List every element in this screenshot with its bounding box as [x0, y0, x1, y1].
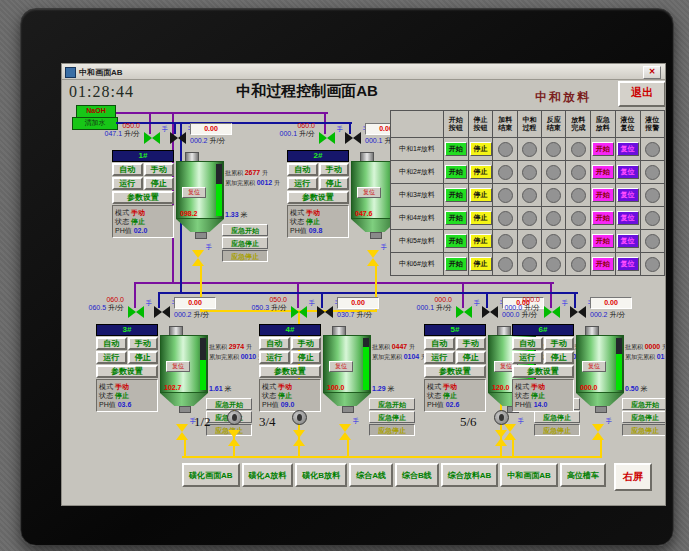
table-row: 中和4#放料开始停止开始复位 [391, 207, 665, 230]
pump-pair-label: 1/2 [194, 414, 211, 430]
unit-control-panel: 2# 自动 手动 运行 停止 参数设置 模式 手动 状态 停止 PH值 09.8 [287, 150, 349, 238]
stop-button[interactable]: 停止 [470, 142, 492, 156]
auto-button[interactable]: 自动 [287, 163, 318, 176]
stop-button[interactable]: 停止 [470, 165, 492, 179]
start-button[interactable]: 开始 [445, 234, 467, 248]
params-button[interactable]: 参数设置 [259, 365, 321, 378]
reaction-done-indicator [546, 211, 561, 226]
stop-button[interactable]: 停止 [319, 177, 350, 190]
stop-button[interactable]: 停止 [544, 351, 575, 364]
nav-button[interactable]: 高位槽车 [560, 463, 606, 487]
run-button[interactable]: 运行 [259, 351, 290, 364]
tank-reset-button[interactable]: 复位 [182, 187, 206, 198]
manual-button[interactable]: 手动 [128, 337, 159, 350]
start-button[interactable]: 开始 [445, 165, 467, 179]
auto-button[interactable]: 自动 [112, 163, 143, 176]
nav-button[interactable]: 磺化A放料 [242, 463, 294, 487]
manual-button[interactable]: 手动 [291, 337, 322, 350]
table-column-header: 放料 完成 [566, 111, 590, 138]
emergency-discharge-button[interactable]: 开始 [592, 234, 614, 248]
exit-button[interactable]: 退出 [618, 81, 666, 107]
unit-status: 模式 手动 状态 停止 PH值 09.0 [259, 379, 321, 412]
run-button[interactable]: 运行 [96, 351, 127, 364]
params-button[interactable]: 参数设置 [112, 191, 174, 204]
stop-button[interactable]: 停止 [128, 351, 159, 364]
stop-button[interactable]: 停止 [470, 234, 492, 248]
reactor-tank: 复位 100.0 [323, 334, 371, 413]
tank-reset-button[interactable]: 复位 [582, 361, 606, 372]
emergency-discharge-button[interactable]: 开始 [592, 188, 614, 202]
run-button[interactable]: 运行 [112, 177, 143, 190]
auto-button[interactable]: 自动 [512, 337, 543, 350]
manual-button[interactable]: 手动 [456, 337, 487, 350]
tank-value: 100.0 [327, 384, 345, 391]
stop-button[interactable]: 停止 [470, 188, 492, 202]
manual-button[interactable]: 手动 [544, 337, 575, 350]
feed-done-indicator [498, 211, 513, 226]
auto-button[interactable]: 自动 [96, 337, 127, 350]
unit-title: 4# [259, 324, 321, 336]
emergency-stop-button[interactable]: 应急停止 [622, 411, 666, 423]
stop-button[interactable]: 停止 [456, 351, 487, 364]
row-label: 中和3#放料 [391, 184, 444, 207]
discharge-valve-icon: 手 [339, 424, 351, 440]
emergency-discharge-button[interactable]: 开始 [592, 211, 614, 225]
flow-setpoint: 060.0 [267, 122, 315, 130]
params-button[interactable]: 参数设置 [512, 365, 574, 378]
nav-button[interactable]: 综合A线 [349, 463, 393, 487]
run-button[interactable]: 运行 [512, 351, 543, 364]
stop-button[interactable]: 停止 [470, 211, 492, 225]
params-button[interactable]: 参数设置 [424, 365, 486, 378]
emergency-stop-button-2[interactable]: 应急停止 [622, 424, 666, 436]
right-screen-button[interactable]: 右屏 [614, 463, 652, 491]
emergency-start-button[interactable]: 应急开始 [222, 224, 268, 236]
tank-reset-button[interactable]: 复位 [357, 187, 381, 198]
reactor-unit: 060.0 060.5 升/分 手 手 0.00 000.2 升/分 3# 自动… [76, 296, 252, 446]
nav-button[interactable]: 综合B线 [395, 463, 439, 487]
start-button[interactable]: 开始 [445, 211, 467, 225]
run-button[interactable]: 运行 [287, 177, 318, 190]
emergency-discharge-button[interactable]: 开始 [592, 142, 614, 156]
nav-button[interactable]: 中和画面AB [500, 463, 558, 487]
auto-button[interactable]: 自动 [424, 337, 455, 350]
run-button[interactable]: 运行 [424, 351, 455, 364]
row-label: 中和2#放料 [391, 161, 444, 184]
start-button[interactable]: 开始 [445, 142, 467, 156]
level-reset-button[interactable]: 复位 [617, 165, 639, 179]
emergency-discharge-button[interactable]: 开始 [592, 257, 614, 271]
manual-button[interactable]: 手动 [144, 163, 175, 176]
nav-button[interactable]: 综合放料AB [441, 463, 499, 487]
level-reset-button[interactable]: 复位 [617, 188, 639, 202]
level-reset-button[interactable]: 复位 [617, 142, 639, 156]
start-button[interactable]: 开始 [445, 257, 467, 271]
stop-button[interactable]: 停止 [291, 351, 322, 364]
table-row: 中和1#放料开始停止开始复位 [391, 138, 665, 161]
tank-reset-button[interactable]: 复位 [329, 361, 353, 372]
emergency-stop-button[interactable]: 应急停止 [222, 237, 268, 249]
alkali-valve-icon: 手 [128, 306, 144, 318]
level-reset-button[interactable]: 复位 [617, 234, 639, 248]
manual-button[interactable]: 手动 [319, 163, 350, 176]
emergency-stop-button-2[interactable]: 应急停止 [222, 250, 268, 262]
stop-button[interactable]: 停止 [470, 257, 492, 271]
params-button[interactable]: 参数设置 [287, 191, 349, 204]
stop-button[interactable]: 停止 [144, 177, 175, 190]
tank-reset-button[interactable]: 复位 [166, 361, 190, 372]
table-title: 中和放料 [498, 89, 628, 106]
tank-value: 102.7 [164, 384, 182, 391]
unit-status: 模式 手动 状态 停止 PH值 03.6 [96, 379, 158, 412]
auto-button[interactable]: 自动 [259, 337, 290, 350]
level-reset-button[interactable]: 复位 [617, 211, 639, 225]
emergency-discharge-button[interactable]: 开始 [592, 165, 614, 179]
level-reset-button[interactable]: 复位 [617, 257, 639, 271]
pump-pair-label: 5/6 [460, 414, 477, 430]
nav-button[interactable]: 磺化B放料 [295, 463, 347, 487]
nav-button[interactable]: 磺化画面AB [182, 463, 240, 487]
start-button[interactable]: 开始 [445, 188, 467, 202]
emergency-start-button[interactable]: 应急开始 [622, 398, 666, 410]
unit-title: 2# [287, 150, 349, 162]
close-icon[interactable]: ✕ [643, 66, 661, 79]
flow-readout-left: 050.0 050.3 升/分 [239, 296, 287, 312]
params-button[interactable]: 参数设置 [96, 365, 158, 378]
neutralize-indicator [522, 188, 537, 203]
